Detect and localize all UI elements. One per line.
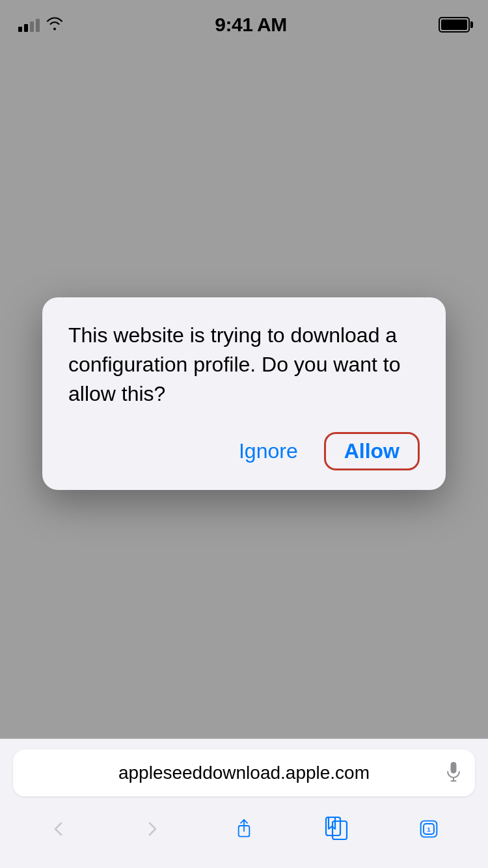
status-time: 9:41 AM <box>215 14 286 36</box>
address-bar[interactable]: appleseeddownload.apple.com <box>13 750 475 796</box>
forward-button[interactable] <box>126 809 178 848</box>
status-bar: 9:41 AM <box>0 0 488 42</box>
nav-bar: 1 <box>0 803 488 868</box>
browser-bottom-bar: appleseeddownload.apple.com <box>0 739 488 868</box>
status-left <box>18 16 63 33</box>
address-bar-row: appleseeddownload.apple.com <box>0 739 488 803</box>
dialog-message: This website is trying to download a con… <box>68 321 420 408</box>
svg-rect-0 <box>451 762 457 774</box>
dialog-overlay: This website is trying to download a con… <box>0 0 488 748</box>
back-button[interactable] <box>33 809 85 848</box>
permission-dialog: This website is trying to download a con… <box>42 297 446 489</box>
bookmarks-button[interactable] <box>310 809 362 848</box>
signal-icon <box>18 18 40 32</box>
allow-button[interactable]: Allow <box>344 439 400 463</box>
status-right <box>439 17 470 33</box>
ignore-button[interactable]: Ignore <box>239 439 298 463</box>
battery-fill <box>441 20 467 30</box>
svg-text:1: 1 <box>427 826 431 833</box>
wifi-icon <box>46 16 63 33</box>
address-text: appleseeddownload.apple.com <box>118 763 370 783</box>
dialog-actions: Ignore Allow <box>68 432 420 470</box>
battery-icon <box>439 17 470 33</box>
microphone-icon[interactable] <box>445 761 462 785</box>
allow-button-wrapper: Allow <box>324 432 420 470</box>
share-button[interactable] <box>218 809 270 848</box>
tabs-button[interactable]: 1 <box>403 809 455 848</box>
